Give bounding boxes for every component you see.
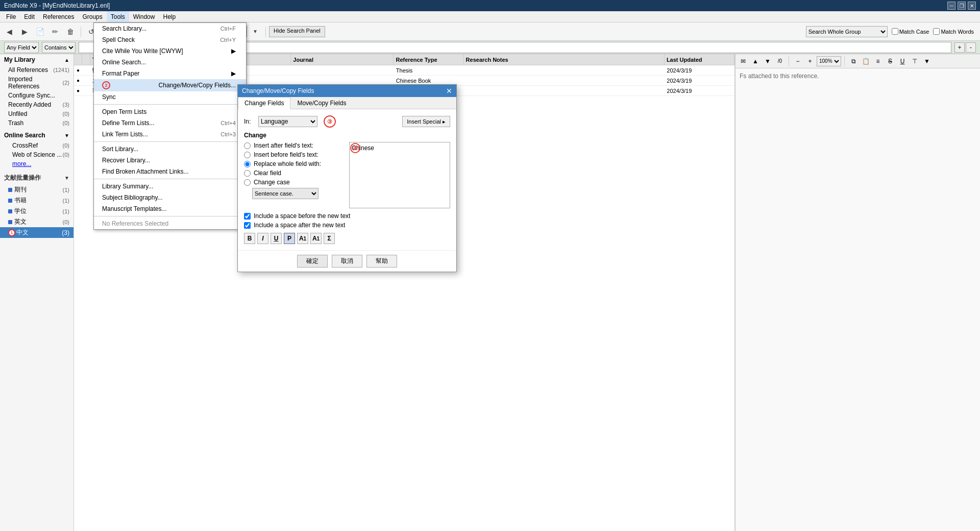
radio-after-field[interactable] bbox=[244, 142, 251, 149]
sidebar-web-of-science[interactable]: Web of Science ... (0) bbox=[0, 150, 74, 159]
rp-up-btn[interactable]: ▲ bbox=[750, 56, 761, 67]
insert-special-button[interactable]: Insert Special ▸ bbox=[402, 116, 450, 127]
rp-underline-btn[interactable]: U bbox=[897, 56, 908, 67]
online-search-header[interactable]: Online Search ▼ bbox=[0, 130, 74, 141]
menu-sort-library[interactable]: Sort Library... bbox=[94, 143, 246, 155]
rp-copy-btn[interactable]: ⧉ bbox=[848, 56, 859, 67]
fmt-superscript-button[interactable]: A1 bbox=[297, 233, 308, 244]
menu-references[interactable]: References bbox=[39, 11, 78, 22]
space-before-checkbox[interactable] bbox=[244, 213, 251, 220]
my-library-header[interactable]: My Library ▲ bbox=[0, 54, 74, 65]
rp-plus-btn[interactable]: + bbox=[804, 56, 816, 67]
radio-before-field[interactable] bbox=[244, 152, 251, 158]
menu-online-search[interactable]: Online Search... bbox=[94, 57, 246, 68]
menu-sync[interactable]: Sync bbox=[94, 91, 246, 103]
menu-window[interactable]: Window bbox=[129, 11, 159, 22]
window-controls[interactable]: ─ ❐ ✕ bbox=[947, 2, 976, 10]
in-field-select[interactable]: Language Title Author Year Journal Abstr… bbox=[258, 116, 317, 127]
menu-help[interactable]: Help bbox=[159, 11, 180, 22]
menu-define-term-lists[interactable]: Define Term Lists... Ctrl+4 bbox=[94, 117, 246, 129]
tab-change-fields[interactable]: Change Fields bbox=[238, 97, 290, 109]
search-add-btn[interactable]: + bbox=[954, 42, 965, 53]
rp-indent-btn[interactable]: ⊤ bbox=[909, 56, 920, 67]
rp-list-btn[interactable]: ≡ bbox=[872, 56, 884, 67]
groups-header[interactable]: 文献批量操作 ▼ bbox=[0, 172, 74, 184]
search-condition-select[interactable]: Contains bbox=[42, 42, 76, 53]
menu-groups[interactable]: Groups bbox=[78, 11, 106, 22]
sidebar-more[interactable]: more... bbox=[0, 159, 74, 168]
menu-link-term-lists[interactable]: Link Term Lists... Ctrl+3 bbox=[94, 129, 246, 140]
fmt-subscript-button[interactable]: A1 bbox=[310, 233, 322, 244]
rp-size-select[interactable]: 100% bbox=[817, 56, 841, 66]
rp-email-btn[interactable]: ✉ bbox=[738, 56, 749, 67]
toolbar-new-ref[interactable]: 📄 bbox=[33, 25, 47, 39]
radio-change-case[interactable] bbox=[244, 179, 251, 186]
search-arrow-btn[interactable]: ▼ bbox=[248, 25, 262, 39]
rp-more-btn[interactable]: ▼ bbox=[921, 56, 933, 67]
rp-minus-btn[interactable]: − bbox=[792, 56, 803, 67]
tab-move-copy-fields[interactable]: Move/Copy Fields bbox=[290, 97, 353, 109]
menu-cwyw[interactable]: Cite While You Write [CWYW] ▶ bbox=[94, 45, 246, 57]
col-pdf[interactable] bbox=[82, 54, 90, 65]
my-library-expand[interactable]: ▲ bbox=[64, 57, 69, 63]
menu-open-term-lists[interactable]: Open Term Lists bbox=[94, 106, 246, 117]
menu-subject-bibliography[interactable]: Subject Bibliography... bbox=[94, 192, 246, 203]
toolbar-back[interactable]: ◀ bbox=[2, 25, 16, 39]
sidebar-unfiled[interactable]: Unfiled (0) bbox=[0, 109, 74, 118]
space-after-checkbox[interactable] bbox=[244, 222, 251, 229]
col-updated[interactable]: Last Updated bbox=[665, 54, 734, 65]
menu-manuscript-templates[interactable]: Manuscript Templates... bbox=[94, 203, 246, 214]
sidebar-group-english[interactable]: 英文 (0) bbox=[0, 216, 74, 227]
online-search-expand[interactable]: ▼ bbox=[64, 133, 69, 138]
match-words-checkbox[interactable] bbox=[933, 28, 940, 35]
rp-paste-btn[interactable]: 📋 bbox=[860, 56, 871, 67]
dialog-ok-button[interactable]: 確定 bbox=[297, 255, 328, 268]
sidebar-configure-sync[interactable]: Configure Sync... bbox=[0, 91, 74, 100]
radio-clear-field[interactable] bbox=[244, 170, 251, 177]
sidebar-group-periodical[interactable]: 期刊 (1) bbox=[0, 184, 74, 195]
restore-button[interactable]: ❐ bbox=[958, 2, 966, 10]
match-case-checkbox[interactable] bbox=[892, 28, 898, 35]
sidebar-imported-references[interactable]: Imported References (2) bbox=[0, 75, 74, 91]
toolbar-fwd[interactable]: ▶ bbox=[17, 25, 32, 39]
hide-panel-button[interactable]: Hide Search Panel bbox=[269, 26, 325, 37]
menu-spell-check[interactable]: Spell Check Ctrl+Y bbox=[94, 34, 246, 45]
sidebar-crossref[interactable]: CrossRef (0) bbox=[0, 141, 74, 150]
menu-tools[interactable]: Tools bbox=[107, 11, 129, 22]
col-journal[interactable]: Journal bbox=[291, 54, 394, 65]
dialog-close-button[interactable]: ✕ bbox=[446, 87, 452, 95]
menu-recover-library[interactable]: Recover Library... bbox=[94, 155, 246, 166]
col-indicator[interactable] bbox=[74, 54, 82, 65]
search-remove-btn[interactable]: - bbox=[966, 42, 976, 53]
close-button[interactable]: ✕ bbox=[968, 2, 976, 10]
toolbar-edit[interactable]: ✏ bbox=[48, 25, 62, 39]
search-whole-group-select[interactable]: Search Whole Group bbox=[806, 26, 888, 37]
menu-format-paper[interactable]: Format Paper ▶ bbox=[94, 68, 246, 79]
change-text-area[interactable]: Chinese bbox=[349, 142, 450, 208]
toolbar-delete[interactable]: 🗑 bbox=[63, 25, 78, 39]
fmt-plain-button[interactable]: P bbox=[284, 233, 295, 244]
menu-library-summary[interactable]: Library Summary... bbox=[94, 181, 246, 192]
fmt-italic-button[interactable]: I bbox=[257, 233, 268, 244]
search-field-select[interactable]: Any FieldTitleAuthor bbox=[4, 42, 39, 53]
dialog-cancel-button[interactable]: 取消 bbox=[332, 255, 362, 268]
menu-change-fields[interactable]: 2 Change/Move/Copy Fields... bbox=[94, 79, 246, 91]
radio-replace-field[interactable] bbox=[244, 161, 251, 167]
col-ref-type[interactable]: Reference Type bbox=[394, 54, 463, 65]
rp-strikethrough-btn[interactable]: S bbox=[885, 56, 896, 67]
dialog-help-button[interactable]: 幫助 bbox=[366, 255, 397, 268]
fmt-bold-button[interactable]: B bbox=[244, 233, 255, 244]
fmt-underline-button[interactable]: U bbox=[271, 233, 282, 244]
sentence-case-select[interactable]: Sentence case. UPPER CASE lower case Tit… bbox=[252, 188, 318, 199]
col-notes[interactable]: Research Notes bbox=[464, 54, 665, 65]
sidebar-all-references[interactable]: All References (1241) bbox=[0, 65, 74, 75]
sidebar-recently-added[interactable]: Recently Added (3) bbox=[0, 100, 74, 109]
minimize-button[interactable]: ─ bbox=[947, 2, 955, 10]
sidebar-trash[interactable]: Trash (0) bbox=[0, 118, 74, 128]
fmt-sigma-button[interactable]: Σ bbox=[324, 233, 335, 244]
sidebar-group-chinese[interactable]: 1 中文 (3) bbox=[0, 227, 74, 238]
menu-search-library[interactable]: Search Library... Ctrl+F bbox=[94, 23, 246, 34]
menu-edit[interactable]: Edit bbox=[20, 11, 39, 22]
sidebar-group-book[interactable]: 书籍 (1) bbox=[0, 195, 74, 206]
menu-find-broken[interactable]: Find Broken Attachment Links... bbox=[94, 166, 246, 177]
